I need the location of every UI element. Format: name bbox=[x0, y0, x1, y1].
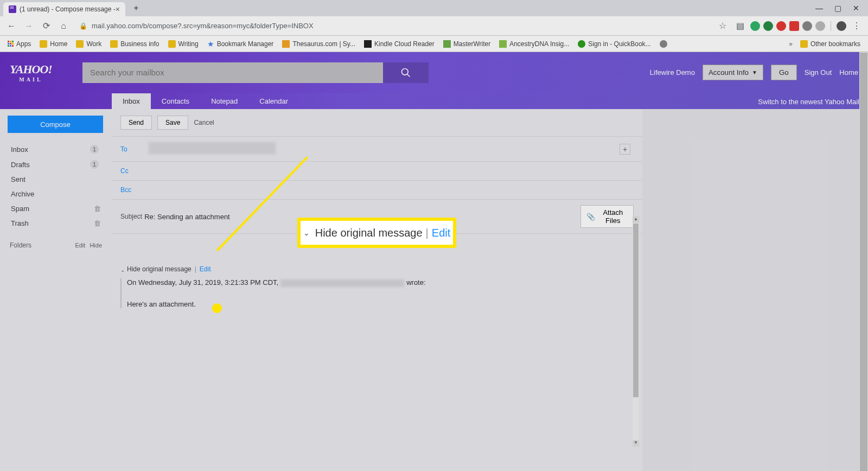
tab-calendar[interactable]: Calendar bbox=[248, 93, 299, 109]
tab-inbox[interactable]: Inbox bbox=[112, 93, 151, 109]
to-label[interactable]: To bbox=[120, 145, 149, 153]
extension-icon-6[interactable] bbox=[815, 21, 825, 31]
folder-label: Sent bbox=[11, 175, 25, 183]
folder-icon bbox=[40, 40, 47, 48]
attach-files-button[interactable]: 📎Attach Files bbox=[580, 205, 634, 228]
yahoo-logo[interactable]: YAHOO! MAIL bbox=[10, 62, 52, 82]
url-input[interactable]: 🔒 mail.yahoo.com/b/compose?.src=ym&reaso… bbox=[74, 18, 708, 34]
bookmark-quickbooks[interactable]: Sign in - QuickBook... bbox=[575, 38, 654, 50]
bookmark-work[interactable]: Work bbox=[73, 38, 105, 50]
bookmark-masterwriter[interactable]: MasterWriter bbox=[440, 38, 494, 50]
scroll-thumb[interactable] bbox=[860, 53, 867, 471]
folders-edit-link[interactable]: Edit bbox=[75, 242, 85, 249]
bookmark-business-info[interactable]: Business info bbox=[107, 38, 162, 50]
compose-button[interactable]: Compose bbox=[8, 116, 103, 133]
bookmark-more[interactable] bbox=[656, 38, 671, 50]
folder-trash[interactable]: Trash🗑 bbox=[8, 216, 104, 231]
forward-button[interactable]: → bbox=[22, 19, 36, 33]
site-icon bbox=[578, 40, 585, 48]
bookmarks-overflow-icon[interactable]: » bbox=[789, 40, 793, 48]
other-bookmarks[interactable]: Other bookmarks bbox=[797, 38, 864, 50]
bookmark-label: Home bbox=[50, 40, 67, 48]
quoted-wrote: wrote: bbox=[406, 278, 425, 287]
bookmark-kindle[interactable]: Kindle Cloud Reader bbox=[361, 38, 438, 50]
send-button[interactable]: Send bbox=[120, 116, 152, 130]
scroll-up-icon[interactable]: ▲ bbox=[633, 217, 639, 223]
bookmark-writing[interactable]: Writing bbox=[165, 38, 202, 50]
cancel-link[interactable]: Cancel bbox=[194, 119, 214, 126]
folder-archive[interactable]: Archive bbox=[8, 187, 104, 201]
search-input[interactable] bbox=[82, 62, 383, 83]
logo-text: YAHOO! bbox=[10, 62, 52, 77]
star-icon: ★ bbox=[207, 40, 214, 48]
attach-label: Attach Files bbox=[598, 208, 628, 225]
trash-icon[interactable]: 🗑 bbox=[94, 219, 101, 227]
bookmark-label: Business info bbox=[120, 40, 159, 48]
tab-close-icon[interactable]: × bbox=[116, 5, 120, 14]
quoted-header: On Wednesday, July 31, 2019, 3:21:33 PM … bbox=[127, 278, 634, 287]
cc-label[interactable]: Cc bbox=[120, 167, 149, 175]
browser-tab-strip: (1 unread) - Compose message - × + — ▢ ✕ bbox=[0, 0, 868, 16]
bookmark-home[interactable]: Home bbox=[36, 38, 71, 50]
separator bbox=[831, 21, 831, 31]
quoted-sender bbox=[280, 279, 404, 287]
bookmarks-bar: Apps Home Work Business info Writing ★Bo… bbox=[0, 36, 868, 52]
apps-button[interactable]: Apps bbox=[4, 38, 34, 50]
tab-contacts[interactable]: Contacts bbox=[151, 93, 200, 109]
scroll-down-icon[interactable]: ▼ bbox=[633, 440, 639, 447]
folder-sent[interactable]: Sent bbox=[8, 172, 104, 187]
edit-original-link[interactable]: Edit bbox=[200, 265, 211, 273]
extension-icon-5[interactable] bbox=[802, 21, 812, 31]
compose-scrollbar[interactable]: ▲ ▼ bbox=[633, 223, 639, 440]
scroll-thumb[interactable] bbox=[633, 224, 639, 397]
star-icon[interactable]: ☆ bbox=[716, 19, 730, 33]
new-tab-button[interactable]: + bbox=[130, 2, 143, 15]
folder-spam[interactable]: Spam🗑 bbox=[8, 201, 104, 216]
recipient-chip[interactable] bbox=[149, 142, 276, 154]
site-icon bbox=[364, 40, 372, 48]
bcc-label[interactable]: Bcc bbox=[120, 186, 149, 194]
go-button[interactable]: Go bbox=[771, 65, 797, 80]
back-button[interactable]: ← bbox=[4, 19, 18, 33]
folders-hide-link[interactable]: Hide bbox=[90, 242, 102, 249]
folder-icon bbox=[76, 40, 84, 48]
maximize-button[interactable]: ▢ bbox=[829, 0, 846, 16]
account-info-button[interactable]: Account Info▼ bbox=[703, 65, 763, 80]
bookmark-ancestry[interactable]: AncestryDNA Insig... bbox=[496, 38, 572, 50]
page-scrollbar[interactable] bbox=[859, 52, 868, 471]
browser-tab[interactable]: (1 unread) - Compose message - × bbox=[3, 2, 125, 16]
home-button[interactable]: ⌂ bbox=[56, 19, 71, 33]
minimize-button[interactable]: — bbox=[810, 0, 828, 16]
extension-icon-1[interactable] bbox=[750, 21, 760, 31]
reader-icon[interactable]: ▤ bbox=[733, 19, 747, 33]
extension-icon-2[interactable] bbox=[763, 21, 773, 31]
extension-icon-4[interactable] bbox=[789, 21, 799, 31]
user-name[interactable]: Lifewire Demo bbox=[650, 68, 695, 77]
trash-icon[interactable]: 🗑 bbox=[94, 205, 101, 213]
save-button[interactable]: Save bbox=[157, 116, 188, 130]
search-button[interactable] bbox=[383, 62, 429, 83]
home-link[interactable]: Home bbox=[839, 68, 858, 77]
bookmark-thesaurus[interactable]: Thesaurus.com | Sy... bbox=[279, 38, 359, 50]
folder-label: Trash bbox=[11, 219, 29, 227]
folder-inbox[interactable]: Inbox1 bbox=[8, 142, 104, 157]
folder-icon bbox=[800, 40, 808, 48]
switch-new-mail-link[interactable]: Switch to the newest Yahoo Mail bbox=[755, 94, 863, 109]
sign-out-link[interactable]: Sign Out bbox=[805, 68, 832, 77]
folder-icon bbox=[110, 40, 118, 48]
add-recipient-button[interactable]: + bbox=[620, 144, 630, 155]
close-window-button[interactable]: ✕ bbox=[847, 0, 865, 16]
to-field[interactable] bbox=[149, 142, 620, 156]
site-icon bbox=[499, 40, 507, 48]
tab-notepad[interactable]: Notepad bbox=[200, 93, 248, 109]
svg-point-0 bbox=[401, 68, 408, 75]
folder-list: Inbox1 Drafts1 Sent Archive Spam🗑 Trash🗑 bbox=[8, 142, 104, 231]
profile-avatar-icon[interactable] bbox=[837, 21, 846, 31]
hide-original-toggle[interactable]: ⌄ Hide original message | Edit bbox=[120, 265, 634, 273]
folder-drafts[interactable]: Drafts1 bbox=[8, 157, 104, 172]
extension-icon-3[interactable] bbox=[776, 21, 786, 31]
cc-field-row: Cc bbox=[112, 162, 642, 181]
bookmark-bookmark-manager[interactable]: ★Bookmark Manager bbox=[204, 37, 277, 50]
chrome-menu-button[interactable]: ⋮ bbox=[850, 19, 864, 33]
reload-button[interactable]: ⟳ bbox=[39, 19, 53, 33]
